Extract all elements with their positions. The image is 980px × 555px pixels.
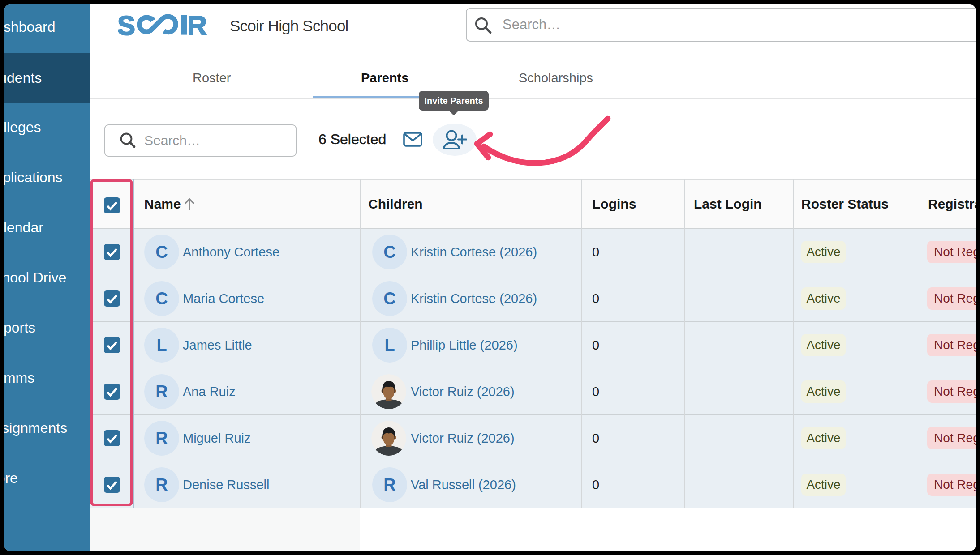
svg-text:R: R <box>187 13 207 38</box>
svg-text:S: S <box>117 13 135 38</box>
